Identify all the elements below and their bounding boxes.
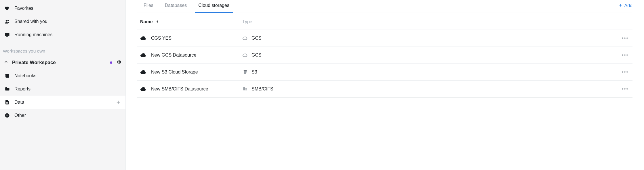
svg-rect-14 [6, 116, 8, 116]
workspace-header[interactable]: Private Workspace [0, 56, 125, 69]
svg-rect-13 [6, 115, 8, 115]
cell-name: New GCS Datasource [140, 52, 242, 58]
circle-lines-icon [4, 113, 10, 118]
row-type-label: SMB/CIFS [251, 86, 273, 92]
sidebar-item-reports[interactable]: Reports [0, 82, 125, 96]
tab-databases[interactable]: Databases [164, 0, 188, 13]
svg-rect-20 [245, 88, 247, 89]
main-content: Files Databases Cloud storages Add Name … [126, 0, 644, 170]
row-actions-button[interactable]: ••• [622, 69, 630, 75]
svg-rect-9 [6, 103, 8, 104]
table-row[interactable]: New GCS Datasource GCS ••• [137, 47, 632, 64]
status-dot-icon [110, 61, 112, 64]
tab-cloud-storages[interactable]: Cloud storages [198, 0, 230, 13]
svg-rect-8 [6, 102, 8, 103]
svg-rect-7 [5, 76, 6, 77]
row-name-label: New SMB/CIFS Datasource [151, 86, 208, 92]
svg-rect-2 [5, 33, 9, 36]
people-icon [4, 19, 10, 24]
cell-name: New SMB/CIFS Datasource [140, 86, 242, 92]
sidebar-item-label: Notebooks [14, 73, 37, 78]
svg-rect-21 [245, 90, 247, 90]
sort-asc-icon [156, 19, 159, 24]
workspace-title: Private Workspace [12, 60, 56, 65]
column-header-name-label: Name [140, 19, 153, 24]
sidebar-item-data[interactable]: Data [0, 96, 125, 109]
cell-type: SMB/CIFS [242, 86, 273, 92]
server-icon [242, 86, 248, 92]
sidebar-item-label: Reports [14, 86, 31, 92]
row-type-label: S3 [251, 69, 257, 75]
cell-type: GCS [242, 52, 262, 58]
add-button[interactable]: Add [618, 3, 632, 13]
plus-icon [618, 3, 623, 9]
bucket-icon [242, 69, 248, 75]
cell-type: GCS [242, 35, 262, 41]
column-header-type[interactable]: Type [242, 19, 252, 24]
sidebar: Favorites Shared with you Running machin… [0, 0, 126, 170]
cloud-solid-icon [140, 35, 146, 41]
sidebar-item-label: Shared with you [14, 19, 47, 24]
cloud-solid-icon [140, 86, 146, 92]
dots-horizontal-icon: ••• [622, 69, 628, 74]
column-header-name[interactable]: Name [140, 19, 242, 24]
row-type-label: GCS [251, 53, 262, 58]
sidebar-item-label: Other [14, 113, 26, 118]
row-actions-button[interactable]: ••• [622, 86, 630, 92]
table-header: Name Type [137, 13, 632, 30]
svg-point-18 [244, 70, 247, 71]
cloud-storages-table: Name Type CGS YES GCS ••• [137, 13, 632, 98]
sidebar-item-notebooks[interactable]: Notebooks [0, 69, 125, 82]
cloud-outline-icon [242, 52, 248, 58]
monitor-icon [4, 32, 10, 37]
svg-rect-3 [6, 36, 8, 37]
dots-horizontal-icon: ••• [622, 36, 628, 40]
add-label: Add [624, 3, 632, 8]
tabs-row: Files Databases Cloud storages Add [137, 0, 632, 13]
table-row[interactable]: New S3 Cloud Storage S3 ••• [137, 64, 632, 81]
sidebar-item-favorites[interactable]: Favorites [0, 2, 125, 15]
cloud-solid-icon [140, 52, 146, 58]
tabs: Files Databases Cloud storages [137, 0, 230, 13]
dots-horizontal-icon: ••• [622, 53, 628, 57]
sidebar-item-label: Running machines [14, 32, 53, 37]
table-row[interactable]: New SMB/CIFS Datasource SMB/CIFS ••• [137, 81, 632, 98]
svg-point-12 [5, 113, 9, 118]
sidebar-item-shared[interactable]: Shared with you [0, 15, 125, 28]
notebook-icon [4, 73, 10, 78]
sidebar-item-other[interactable]: Other [0, 109, 125, 122]
cell-type: S3 [242, 69, 257, 75]
cloud-outline-icon [242, 35, 248, 41]
row-name-label: New GCS Datasource [151, 53, 196, 58]
sidebar-item-label: Data [14, 100, 24, 105]
tab-files[interactable]: Files [143, 0, 154, 13]
dots-horizontal-icon: ••• [622, 86, 628, 91]
divider [0, 43, 125, 43]
folder-icon [4, 86, 10, 92]
svg-rect-4 [6, 74, 9, 78]
file-icon [4, 100, 10, 105]
chevron-up-icon [4, 60, 8, 65]
row-actions-button[interactable]: ••• [622, 36, 630, 41]
workspaces-section-label: Workspaces you own [0, 46, 125, 56]
cell-name: New S3 Cloud Storage [140, 69, 242, 75]
svg-point-0 [6, 20, 7, 22]
sidebar-item-running[interactable]: Running machines [0, 28, 125, 41]
table-row[interactable]: CGS YES GCS ••• [137, 30, 632, 47]
cloud-solid-icon [140, 69, 146, 75]
heart-icon [4, 6, 10, 11]
svg-rect-17 [157, 21, 157, 23]
row-name-label: CGS YES [151, 36, 172, 41]
svg-point-1 [8, 20, 9, 21]
row-actions-button[interactable]: ••• [622, 53, 630, 58]
sidebar-item-label: Favorites [14, 6, 33, 11]
row-type-label: GCS [251, 36, 262, 41]
gear-icon[interactable] [116, 59, 121, 66]
svg-rect-6 [5, 76, 6, 76]
svg-rect-19 [243, 87, 245, 90]
cell-name: CGS YES [140, 35, 242, 41]
plus-icon[interactable] [115, 99, 121, 105]
svg-rect-5 [5, 74, 6, 75]
row-name-label: New S3 Cloud Storage [151, 69, 198, 75]
